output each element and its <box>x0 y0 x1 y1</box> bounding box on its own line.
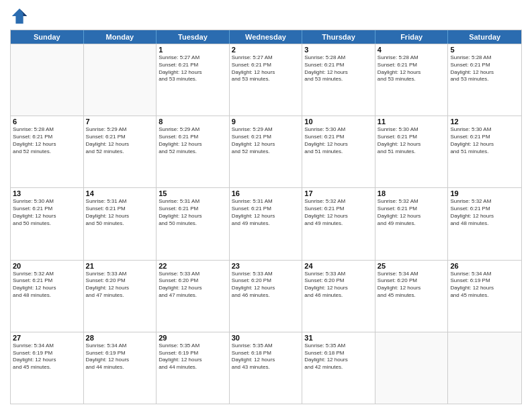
calendar-cell <box>448 332 521 404</box>
cell-info: Sunrise: 5:33 AM Sunset: 6:20 PM Dayligh… <box>159 271 227 300</box>
calendar-cell: 23Sunrise: 5:33 AM Sunset: 6:20 PM Dayli… <box>230 261 303 332</box>
day-number: 18 <box>378 189 446 197</box>
cell-info: Sunrise: 5:34 AM Sunset: 6:19 PM Dayligh… <box>450 271 519 300</box>
day-number: 4 <box>378 46 446 54</box>
calendar-cell: 27Sunrise: 5:34 AM Sunset: 6:19 PM Dayli… <box>11 332 84 404</box>
cell-info: Sunrise: 5:32 AM Sunset: 6:21 PM Dayligh… <box>304 198 373 227</box>
day-number: 2 <box>232 46 300 54</box>
day-number: 13 <box>13 189 81 197</box>
calendar-header: SundayMondayTuesdayWednesdayThursdayFrid… <box>11 30 521 44</box>
calendar-cell: 3Sunrise: 5:28 AM Sunset: 6:21 PM Daylig… <box>302 44 375 116</box>
day-number: 30 <box>232 334 300 342</box>
day-number: 15 <box>159 189 227 197</box>
day-number: 21 <box>86 262 154 270</box>
calendar-week-row: 1Sunrise: 5:27 AM Sunset: 6:21 PM Daylig… <box>11 44 521 116</box>
day-number: 19 <box>450 189 519 197</box>
day-of-week-header: Friday <box>375 30 449 44</box>
cell-info: Sunrise: 5:30 AM Sunset: 6:21 PM Dayligh… <box>378 126 446 155</box>
calendar-cell <box>375 332 449 404</box>
calendar-cell: 9Sunrise: 5:29 AM Sunset: 6:21 PM Daylig… <box>230 116 303 187</box>
cell-info: Sunrise: 5:32 AM Sunset: 6:21 PM Dayligh… <box>450 198 519 227</box>
day-number: 26 <box>450 262 519 270</box>
day-number: 3 <box>304 46 373 54</box>
day-number: 24 <box>304 262 373 270</box>
calendar-cell: 25Sunrise: 5:34 AM Sunset: 6:20 PM Dayli… <box>375 261 449 332</box>
calendar-cell: 17Sunrise: 5:32 AM Sunset: 6:21 PM Dayli… <box>302 188 375 259</box>
cell-info: Sunrise: 5:33 AM Sunset: 6:20 PM Dayligh… <box>232 271 300 300</box>
calendar-cell <box>84 44 157 116</box>
cell-info: Sunrise: 5:29 AM Sunset: 6:21 PM Dayligh… <box>232 126 300 155</box>
cell-info: Sunrise: 5:30 AM Sunset: 6:21 PM Dayligh… <box>450 126 519 155</box>
cell-info: Sunrise: 5:28 AM Sunset: 6:21 PM Dayligh… <box>450 54 519 83</box>
cell-info: Sunrise: 5:34 AM Sunset: 6:19 PM Dayligh… <box>86 342 154 371</box>
calendar-cell: 29Sunrise: 5:35 AM Sunset: 6:19 PM Dayli… <box>157 332 230 404</box>
cell-info: Sunrise: 5:28 AM Sunset: 6:21 PM Dayligh… <box>378 54 446 83</box>
day-number: 22 <box>159 262 227 270</box>
cell-info: Sunrise: 5:34 AM Sunset: 6:20 PM Dayligh… <box>378 271 446 300</box>
calendar-week-row: 6Sunrise: 5:28 AM Sunset: 6:21 PM Daylig… <box>11 116 521 187</box>
day-number: 25 <box>378 262 446 270</box>
calendar-cell: 24Sunrise: 5:33 AM Sunset: 6:20 PM Dayli… <box>302 261 375 332</box>
day-number: 11 <box>378 118 446 126</box>
calendar-cell: 13Sunrise: 5:30 AM Sunset: 6:21 PM Dayli… <box>11 188 84 259</box>
cell-info: Sunrise: 5:34 AM Sunset: 6:19 PM Dayligh… <box>13 342 81 371</box>
cell-info: Sunrise: 5:28 AM Sunset: 6:21 PM Dayligh… <box>13 126 81 155</box>
calendar-cell: 10Sunrise: 5:30 AM Sunset: 6:21 PM Dayli… <box>302 116 375 187</box>
calendar-cell: 22Sunrise: 5:33 AM Sunset: 6:20 PM Dayli… <box>157 261 230 332</box>
day-number: 9 <box>232 118 300 126</box>
calendar-cell: 18Sunrise: 5:32 AM Sunset: 6:21 PM Dayli… <box>375 188 449 259</box>
day-number: 10 <box>304 118 373 126</box>
day-number: 28 <box>86 334 154 342</box>
calendar-cell <box>11 44 84 116</box>
calendar-cell: 6Sunrise: 5:28 AM Sunset: 6:21 PM Daylig… <box>11 116 84 187</box>
day-number: 16 <box>232 189 300 197</box>
calendar-week-row: 20Sunrise: 5:32 AM Sunset: 6:21 PM Dayli… <box>11 260 521 332</box>
calendar-week-row: 13Sunrise: 5:30 AM Sunset: 6:21 PM Dayli… <box>11 187 521 259</box>
cell-info: Sunrise: 5:31 AM Sunset: 6:21 PM Dayligh… <box>86 198 154 227</box>
header <box>10 7 522 26</box>
cell-info: Sunrise: 5:35 AM Sunset: 6:18 PM Dayligh… <box>232 342 300 371</box>
cell-info: Sunrise: 5:30 AM Sunset: 6:21 PM Dayligh… <box>13 198 81 227</box>
cell-info: Sunrise: 5:27 AM Sunset: 6:21 PM Dayligh… <box>232 54 300 83</box>
day-number: 23 <box>232 262 300 270</box>
calendar-cell: 14Sunrise: 5:31 AM Sunset: 6:21 PM Dayli… <box>84 188 157 259</box>
calendar-cell: 20Sunrise: 5:32 AM Sunset: 6:21 PM Dayli… <box>11 261 84 332</box>
calendar-cell: 28Sunrise: 5:34 AM Sunset: 6:19 PM Dayli… <box>84 332 157 404</box>
cell-info: Sunrise: 5:29 AM Sunset: 6:21 PM Dayligh… <box>86 126 154 155</box>
day-number: 5 <box>450 46 519 54</box>
day-of-week-header: Wednesday <box>230 30 303 44</box>
cell-info: Sunrise: 5:35 AM Sunset: 6:19 PM Dayligh… <box>159 342 227 371</box>
cell-info: Sunrise: 5:30 AM Sunset: 6:21 PM Dayligh… <box>304 126 373 155</box>
cell-info: Sunrise: 5:28 AM Sunset: 6:21 PM Dayligh… <box>304 54 373 83</box>
day-number: 7 <box>86 118 154 126</box>
cell-info: Sunrise: 5:35 AM Sunset: 6:18 PM Dayligh… <box>304 342 373 371</box>
calendar-cell: 30Sunrise: 5:35 AM Sunset: 6:18 PM Dayli… <box>230 332 303 404</box>
calendar-cell: 4Sunrise: 5:28 AM Sunset: 6:21 PM Daylig… <box>375 44 449 116</box>
day-of-week-header: Thursday <box>302 30 375 44</box>
calendar-cell: 11Sunrise: 5:30 AM Sunset: 6:21 PM Dayli… <box>375 116 449 187</box>
calendar-cell: 15Sunrise: 5:31 AM Sunset: 6:21 PM Dayli… <box>157 188 230 259</box>
calendar-cell: 12Sunrise: 5:30 AM Sunset: 6:21 PM Dayli… <box>448 116 521 187</box>
calendar-cell: 8Sunrise: 5:29 AM Sunset: 6:21 PM Daylig… <box>157 116 230 187</box>
cell-info: Sunrise: 5:32 AM Sunset: 6:21 PM Dayligh… <box>13 271 81 300</box>
calendar-cell: 7Sunrise: 5:29 AM Sunset: 6:21 PM Daylig… <box>84 116 157 187</box>
day-number: 14 <box>86 189 154 197</box>
day-number: 29 <box>159 334 227 342</box>
day-of-week-header: Monday <box>84 30 157 44</box>
day-of-week-header: Sunday <box>11 30 84 44</box>
page: SundayMondayTuesdayWednesdayThursdayFrid… <box>0 0 532 411</box>
calendar-cell: 1Sunrise: 5:27 AM Sunset: 6:21 PM Daylig… <box>157 44 230 116</box>
cell-info: Sunrise: 5:32 AM Sunset: 6:21 PM Dayligh… <box>378 198 446 227</box>
cell-info: Sunrise: 5:33 AM Sunset: 6:20 PM Dayligh… <box>304 271 373 300</box>
day-number: 12 <box>450 118 519 126</box>
cell-info: Sunrise: 5:31 AM Sunset: 6:21 PM Dayligh… <box>159 198 227 227</box>
calendar-cell: 19Sunrise: 5:32 AM Sunset: 6:21 PM Dayli… <box>448 188 521 259</box>
day-number: 17 <box>304 189 373 197</box>
calendar-week-row: 27Sunrise: 5:34 AM Sunset: 6:19 PM Dayli… <box>11 332 521 404</box>
calendar-cell: 26Sunrise: 5:34 AM Sunset: 6:19 PM Dayli… <box>448 261 521 332</box>
logo <box>10 7 32 26</box>
day-of-week-header: Saturday <box>448 30 521 44</box>
cell-info: Sunrise: 5:31 AM Sunset: 6:21 PM Dayligh… <box>232 198 300 227</box>
calendar: SundayMondayTuesdayWednesdayThursdayFrid… <box>10 30 522 404</box>
calendar-cell: 5Sunrise: 5:28 AM Sunset: 6:21 PM Daylig… <box>448 44 521 116</box>
